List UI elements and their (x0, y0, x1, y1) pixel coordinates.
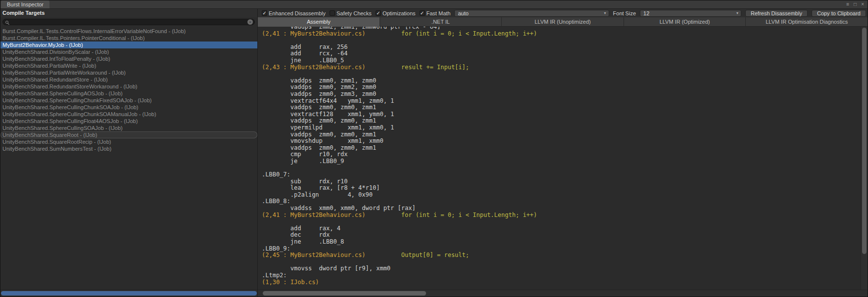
asm-line (262, 259, 861, 266)
compile-target-item[interactable]: UnityBenchShared.RedundantStore - (IJob) (0, 76, 257, 83)
asm-line: sub rdx, r10 (262, 178, 861, 185)
source-code: Output[0] = result; (401, 252, 469, 258)
checkbox-label: Fast Math (427, 10, 451, 16)
source-annotation: (2,41 : MyBurst2Behaviour.cs) (262, 212, 401, 219)
code-region: vaddps zmm2, zmm1, zmmword ptr [rcx - 64… (258, 27, 868, 290)
compile-target-item[interactable]: UnityBenchShared.RedundantStoreWorkaroun… (0, 83, 257, 90)
compile-target-item[interactable]: UnityBenchShared.SquareRootRecip - (IJob… (0, 138, 257, 145)
asm-line: jne .LBB0_8 (262, 239, 861, 246)
asm-line: vaddps zmm0, zmm1, zmm0 (262, 78, 861, 85)
asm-line: .Ltmp2: (262, 272, 861, 279)
checkbox-label: Enhanced Disassembly (269, 10, 326, 16)
asm-line: vaddps zmm0, zmm0, zmm1 (262, 131, 861, 138)
toolbar-checkbox-fast-math[interactable]: ✓Fast Math (420, 10, 451, 16)
compile-target-item[interactable]: UnityBenchShared.SphereCullingChunkSOAJo… (0, 104, 257, 111)
source-annotation: (2,45 : MyBurst2Behaviour.cs) (262, 252, 401, 259)
compile-target-item[interactable]: UnityBenchShared.IntToFloatPenalty - (IJ… (0, 55, 257, 62)
checkbox-checked-icon[interactable]: ✓ (262, 10, 267, 16)
compile-target-item[interactable]: UnityBenchShared.DivisionByScalar - (IJo… (0, 48, 257, 55)
checkbox-unchecked-icon[interactable] (330, 10, 335, 16)
asm-line: vaddps zmm0, zmm2, zmm0 (262, 84, 861, 91)
asm-line: add rcx, -64 (262, 50, 861, 57)
window-tab-burst-inspector[interactable]: Burst Inspector (1, 0, 49, 8)
compile-target-item[interactable]: UnityBenchShared.SphereCullingChunkFixed… (0, 97, 257, 104)
compile-target-item[interactable]: UnityBenchShared.SphereCullingFloat4AOSJ… (0, 118, 257, 125)
assembly-vertical-scrollbar[interactable] (861, 27, 868, 290)
chevron-down-icon: ▾ (601, 11, 606, 15)
compile-target-item[interactable]: UnityBenchShared.PartialWrite - (IJob) (0, 62, 257, 69)
checkbox-label: Optimizations (383, 10, 416, 16)
asm-line: vextractf128 xmm1, ymm0, 1 (262, 111, 861, 118)
asm-line: (2,45 : MyBurst2Behaviour.cs)Output[0] =… (262, 252, 861, 259)
source-code: for (int i = 0; i < Input.Length; i++) (401, 30, 537, 37)
source-code: result += Input[i]; (401, 64, 469, 71)
asm-line: (2,43 : MyBurst2Behaviour.cs)result += I… (262, 64, 861, 71)
tab-assembly[interactable]: Assembly (258, 17, 380, 27)
checkbox-label: Safety Checks (337, 10, 372, 16)
window-menu-icon[interactable]: ≡ (846, 0, 849, 8)
checkbox-checked-icon[interactable]: ✓ (420, 10, 425, 16)
asm-line: je .LBB0_9 (262, 158, 861, 165)
asm-line: add rax, 4 (262, 225, 861, 232)
asm-line: (1,30 : IJob.cs) (262, 279, 861, 286)
tab-llvm-ir-optimized[interactable]: LLVM IR (Optimized) (624, 17, 746, 27)
compile-target-item[interactable]: UnityBenchShared.SphereCullingSOAJob - (… (0, 125, 257, 131)
search-row: × (0, 17, 257, 27)
target-cpu-dropdown[interactable]: auto ▾ (454, 10, 609, 17)
asm-line: .p2align 4, 0x90 (262, 192, 861, 199)
search-box[interactable]: × (2, 19, 255, 25)
source-annotation: (2,41 : MyBurst2Behaviour.cs) (262, 31, 401, 38)
toolbar-checkbox-safety-checks[interactable]: Safety Checks (330, 10, 372, 16)
search-clear-icon[interactable]: × (247, 19, 253, 25)
toolbar: ✓Enhanced DisassemblySafety Checks✓Optim… (258, 9, 868, 17)
asm-line (262, 218, 861, 225)
source-annotation: (2,43 : MyBurst2Behaviour.cs) (262, 64, 401, 71)
asm-line: (2,41 : MyBurst2Behaviour.cs)for (int i … (262, 212, 861, 219)
refresh-disassembly-button[interactable]: Refresh Disassembly (745, 10, 808, 17)
search-icon (5, 21, 8, 24)
compile-target-item[interactable]: MyBurst2Behavior.MyJob - (IJob) (0, 42, 257, 48)
sidebar-hscroll-thumb[interactable] (1, 291, 257, 296)
asm-line: .LBB0_8: (262, 198, 861, 205)
compile-target-list[interactable]: Burst.Compiler.IL.Tests.ControlFlows.Int… (0, 27, 257, 290)
toolbar-checkbox-enhanced-disassembly[interactable]: ✓Enhanced Disassembly (262, 10, 326, 16)
tab-llvm-ir-unoptimized[interactable]: LLVM IR (Unoptimized) (502, 17, 624, 27)
tab-net-il[interactable]: .NET IL (380, 17, 502, 27)
assembly-vscroll-thumb[interactable] (862, 28, 867, 254)
toolbar-checkbox-optimizations[interactable]: ✓Optimizations (376, 10, 416, 16)
font-size-dropdown[interactable]: 12 ▾ (640, 10, 741, 17)
assembly-view[interactable]: vaddps zmm2, zmm1, zmmword ptr [rcx - 64… (258, 27, 861, 290)
compile-target-item[interactable]: UnityBenchShared.SquareRoot - (IJob) (0, 131, 257, 138)
burst-inspector-window: Burst Inspector ≡ □ × Compile Targets × … (0, 0, 868, 297)
compile-target-item[interactable]: Burst.Compiler.IL.Tests.Pointers.Pointer… (0, 35, 257, 42)
source-annotation: (1,30 : IJob.cs) (262, 279, 401, 286)
asm-line: vaddps zmm0, zmm3, zmm0 (262, 91, 861, 98)
asm-line: .LBB0_7: (262, 171, 861, 178)
copy-to-clipboard-button[interactable]: Copy to Clipboard (812, 10, 866, 17)
asm-line: lea rax, [r8 + 4*r10] (262, 185, 861, 192)
close-icon[interactable]: × (861, 0, 864, 8)
asm-line: cmp r10, rdx (262, 151, 861, 158)
compile-target-item[interactable]: UnityBenchShared.SphereCullingAOSJob - (… (0, 90, 257, 97)
sidebar-horizontal-scrollbar[interactable] (0, 290, 257, 297)
font-size-value: 12 (643, 10, 649, 16)
compile-target-item[interactable]: UnityBenchShared.PartialWriteWorkaround … (0, 69, 257, 76)
compile-target-item[interactable]: UnityBenchShared.SphereCullingChunkSOAMa… (0, 111, 257, 118)
assembly-code: vaddps zmm2, zmm1, zmmword ptr [rcx - 64… (258, 27, 861, 286)
source-code: for (int i = 0; i < Input.Length; i++) (401, 212, 537, 218)
maximize-icon[interactable]: □ (854, 0, 857, 8)
compile-target-item[interactable]: UnityBenchShared.SumNumbersTest - (IJob) (0, 145, 257, 152)
asm-line: add rax, 256 (262, 44, 861, 51)
window-body: Compile Targets × Burst.Compiler.IL.Test… (0, 9, 868, 297)
asm-line: vaddps zmm0, zmm0, zmm1 (262, 104, 861, 111)
checkbox-checked-icon[interactable]: ✓ (376, 10, 381, 16)
search-input[interactable] (8, 19, 247, 25)
tab-llvm-ir-optimisation-diagnostics[interactable]: LLVM IR Optimisation Diagnostics (746, 17, 868, 27)
compile-target-item[interactable]: Burst.Compiler.IL.Tests.ControlFlows.Int… (0, 28, 257, 35)
asm-line (262, 165, 861, 171)
assembly-hscroll-thumb[interactable] (263, 291, 426, 296)
assembly-horizontal-scrollbar[interactable] (258, 290, 868, 297)
target-cpu-value: auto (458, 10, 468, 16)
asm-line: vpermilpd xmm1, xmm0, 1 (262, 125, 861, 131)
asm-line (262, 71, 861, 78)
